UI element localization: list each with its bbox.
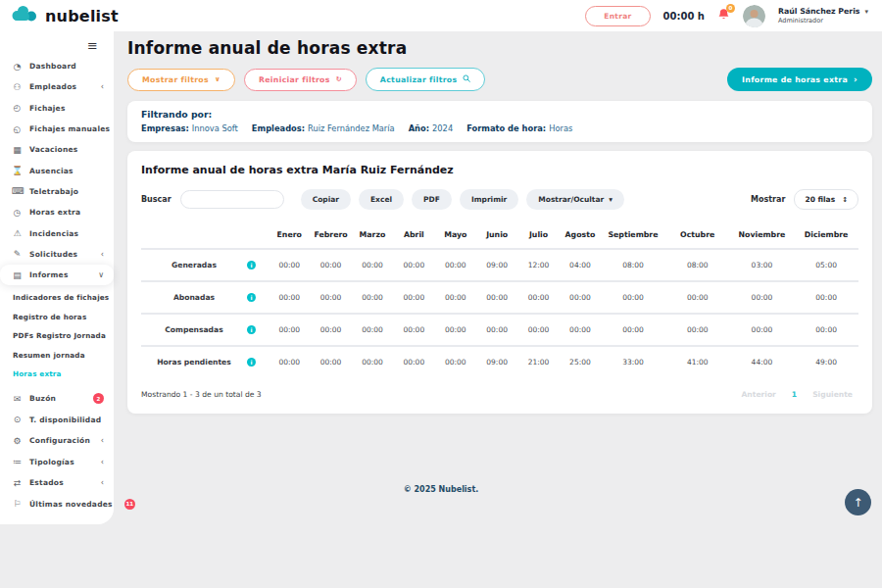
reset-filters-button[interactable]: Reiniciar filtros ↻ [244,69,357,91]
sidebar-subitem[interactable]: Indicadores de fichajes [0,288,114,308]
cell-value: 00:00 [393,325,434,334]
cell-value: 12:00 [517,261,559,270]
update-filters-button[interactable]: Actualizar filtros [366,68,486,91]
user-role: Administrador [778,17,868,24]
sidebar-item[interactable]: ⇄ Estados ‹ [0,472,114,494]
row-info-wrap: i [247,293,269,302]
rows-per-page-wrap: Mostrar 20 filas ↕ [751,189,858,210]
rows-per-page-label: Mostrar [751,195,785,204]
export-button[interactable]: PDF [412,189,452,210]
pagination-page-1[interactable]: 1 [792,390,797,399]
sidebar-item[interactable]: ▦ Vacaciones [0,139,114,160]
pagination-previous[interactable]: Anterior [741,390,775,399]
news-megaphone-icon: ⚐ [12,499,23,509]
filter-value: 2024 [432,123,453,133]
row-values: 00:00 00:00 00:00 00:00 00:00 09:00 21:0… [269,358,858,367]
caret-down-icon: ▾ [609,195,612,204]
sidebar-item[interactable]: ⌨ Teletrabajo [0,181,114,202]
row-label: Generadas [141,261,247,270]
sidebar-nav-main: ◔ Dashboard ⚇ Empleados ‹ ◴ Fichajes ◵ [0,56,114,285]
sidebar-item[interactable]: ⚠ Incidencias [0,222,114,243]
sidebar-item-label: Dashboard [29,62,76,71]
rows-per-page-select[interactable]: 20 filas ↕ [794,189,858,210]
brand-logo[interactable]: nubelist [10,5,119,26]
user-avatar[interactable] [743,5,765,27]
sidebar-item[interactable]: ⊙ T. disponibilidad [0,409,114,430]
sidebar-item[interactable]: ⚐ Últimas novedades 11 [0,493,114,514]
cell-value: 00:00 [665,293,730,302]
sidebar-informes-submenu: Indicadores de fichajes Registro de hora… [0,285,114,388]
column-header: Junio [476,230,517,239]
sidebar-item[interactable]: ⌛ Ausencias [0,160,114,180]
notifications-bell[interactable]: 0 [717,8,730,24]
sidebar-item[interactable]: ✎ Solicitudes ‹ [0,244,114,265]
user-menu[interactable]: Raúl Sánchez Peris ▾ Administrador [778,7,868,24]
cell-value: 00:00 [352,261,393,270]
sidebar-item-label: Tipologías [29,458,74,466]
requests-pencil-icon: ✎ [12,249,23,259]
cell-value: 00:00 [435,358,476,367]
info-icon[interactable]: i [247,293,256,302]
sidebar-subitem[interactable]: PDFs Registro Jornada [0,326,114,346]
scroll-to-top-button[interactable]: ↑ [845,489,871,515]
dashboard-icon: ◔ [12,62,23,72]
clock-in-button[interactable]: Entrar [585,6,650,26]
column-header: Julio [517,230,559,239]
overtime-report-button[interactable]: Informe de horas extra › [727,68,872,91]
sidebar-item-label: Fichajes manuales [29,124,110,133]
sidebar-item[interactable]: ✉ Buzón 2 [0,388,114,410]
info-icon[interactable]: i [247,358,256,367]
absences-hourglass-icon: ⌛ [12,166,23,175]
page-title: Informe anual de horas extra [127,38,872,58]
sidebar-item[interactable]: ◵ Fichajes manuales [0,119,114,139]
sidebar-item[interactable]: ◴ Fichajes [0,98,114,119]
table-toolbar: Copiar Excel PDF Imprimir Mostrar/Oculta… [301,189,624,210]
table-footer: Mostrando 1 - 3 de un total de 3 Anterio… [141,390,858,399]
export-button[interactable]: Excel [359,189,404,210]
cell-value: 00:00 [794,293,858,302]
hamburger-menu-icon[interactable]: ≡ [0,39,114,52]
row-label: Horas pendientes [141,358,247,367]
chevron-icon: ‹ [101,458,104,466]
cell-value: 00:00 [310,325,351,334]
sidebar-item[interactable]: ◔ Dashboard [0,56,114,76]
cell-value: 08:00 [665,261,730,270]
column-header: Abril [393,230,434,239]
info-icon[interactable]: i [247,261,256,270]
row-info-wrap: i [247,358,269,367]
up-down-icon: ↕ [842,196,848,204]
topbar: nubelist Entrar 00:00 h 0 Raúl Sánchez P… [0,0,882,31]
sidebar-subitem[interactable]: Resumen jornada [0,346,114,366]
pagination-next[interactable]: Siguiente [812,390,853,399]
remote-work-laptop-icon: ⌨ [12,186,23,196]
column-header: Septiembre [601,230,665,239]
sidebar-item[interactable]: ◷ Horas extra [0,202,114,222]
cell-value: 00:00 [310,358,351,367]
sidebar-item[interactable]: ⚙ Configuración ‹ [0,430,114,452]
bell-badge: 0 [726,4,735,13]
cell-value: 08:00 [601,261,665,270]
toggle-columns-button[interactable]: Mostrar/Ocultar ▾ [526,189,624,210]
sidebar-item[interactable]: ≔ Tipologías ‹ [0,451,114,472]
sidebar-item[interactable]: ▤ Informes ∨ [0,265,114,285]
chevron-right-icon: › [854,74,858,84]
states-toggle-icon: ⇄ [12,478,23,488]
info-icon[interactable]: i [247,325,256,334]
export-button[interactable]: Imprimir [460,189,518,210]
sidebar-item-label: Horas extra [29,208,80,217]
cell-value: 00:00 [435,325,476,334]
chevron-icon: ‹ [101,478,104,487]
sidebar-item-label: Últimas novedades [29,500,113,509]
search-input[interactable] [180,190,284,209]
show-filters-button[interactable]: Mostrar filtros ∨ [127,69,235,91]
clock-in-icon: ◴ [12,103,23,113]
cell-value: 00:00 [435,261,476,270]
pagination: Anterior 1 Siguiente [741,390,858,399]
column-header: Mayo [435,230,476,239]
filter-value: Ruiz Fernández María [308,123,395,133]
sidebar-subitem[interactable]: Horas extra [0,365,114,384]
sidebar-item[interactable]: ⚇ Empleados ‹ [0,76,114,97]
active-filter: Empresas:Innova Soft [141,123,238,133]
sidebar-subitem[interactable]: Registro de horas [0,308,114,327]
export-button[interactable]: Copiar [301,189,351,210]
